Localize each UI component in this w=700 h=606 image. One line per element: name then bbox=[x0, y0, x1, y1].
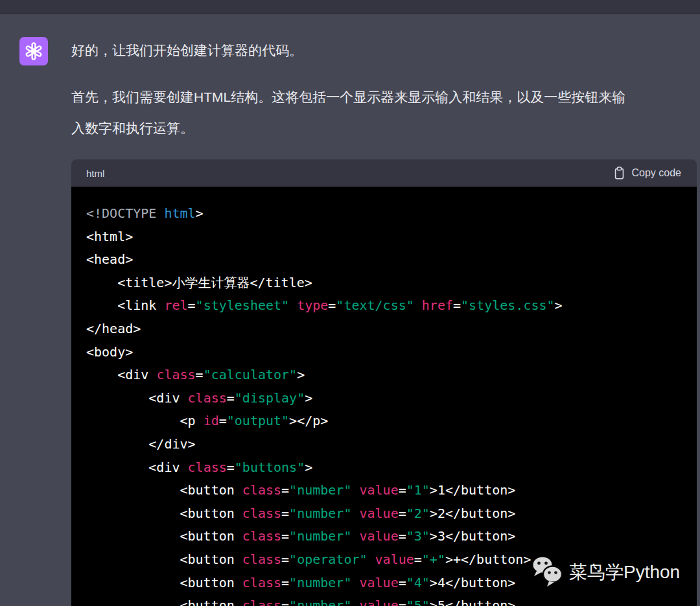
code-line: <button class="operator" value="+">+</bu… bbox=[86, 548, 681, 572]
chatgpt-avatar bbox=[19, 37, 48, 65]
copy-code-button[interactable]: Copy code bbox=[613, 166, 682, 181]
code-line: </head> bbox=[86, 318, 681, 341]
code-line: <button class="number" value="1">1</butt… bbox=[86, 479, 681, 502]
code-block: html Copy code <!DOCTYPE html><html><hea… bbox=[71, 159, 697, 606]
code-line: <link rel="stylesheet" type="text/css" h… bbox=[86, 294, 681, 318]
code-line: <button class="number" value="5">5</butt… bbox=[86, 594, 681, 606]
code-line: <div class="display"> bbox=[86, 387, 681, 410]
code-line: </div> bbox=[86, 433, 681, 456]
assistant-message-content: 好的，让我们开始创建计算器的代码。 首先，我们需要创建HTML结构。这将包括一个… bbox=[71, 35, 697, 606]
code-line: <!DOCTYPE html> bbox=[86, 202, 681, 226]
code-line: <head> bbox=[86, 248, 681, 272]
clipboard-icon bbox=[613, 166, 625, 181]
code-line: <button class="number" value="4">4</butt… bbox=[86, 572, 681, 595]
paragraph-2-line-1: 首先，我们需要创建HTML结构。这将包括一个显示器来显示输入和结果，以及一些按钮… bbox=[71, 82, 697, 113]
code-line: <body> bbox=[86, 341, 681, 364]
code-block-header: html Copy code bbox=[71, 159, 697, 187]
top-bar bbox=[0, 0, 700, 14]
code-line: <p id="output"></p> bbox=[86, 410, 681, 433]
message-paragraph-1: 好的，让我们开始创建计算器的代码。 bbox=[71, 35, 697, 66]
code-line: <title>小学生计算器</title> bbox=[86, 272, 681, 295]
code-line: <div class="calculator"> bbox=[86, 364, 681, 387]
assistant-message-row: 好的，让我们开始创建计算器的代码。 首先，我们需要创建HTML结构。这将包括一个… bbox=[0, 14, 700, 606]
code-line: <button class="number" value="3">3</butt… bbox=[86, 525, 681, 548]
openai-logo-icon bbox=[24, 41, 43, 61]
code-line: <button class="number" value="2">2</butt… bbox=[86, 502, 681, 526]
chat-screen: 好的，让我们开始创建计算器的代码。 首先，我们需要创建HTML结构。这将包括一个… bbox=[0, 0, 700, 606]
code-content: <!DOCTYPE html><html><head> <title>小学生计算… bbox=[71, 187, 697, 606]
paragraph-2-line-2: 入数字和执行运算。 bbox=[71, 113, 697, 144]
copy-code-label: Copy code bbox=[632, 167, 682, 179]
code-language-label: html bbox=[86, 168, 104, 179]
code-line: <div class="buttons"> bbox=[86, 456, 681, 480]
message-paragraph-2: 首先，我们需要创建HTML结构。这将包括一个显示器来显示输入和结果，以及一些按钮… bbox=[71, 82, 697, 144]
code-line: <html> bbox=[86, 226, 681, 249]
